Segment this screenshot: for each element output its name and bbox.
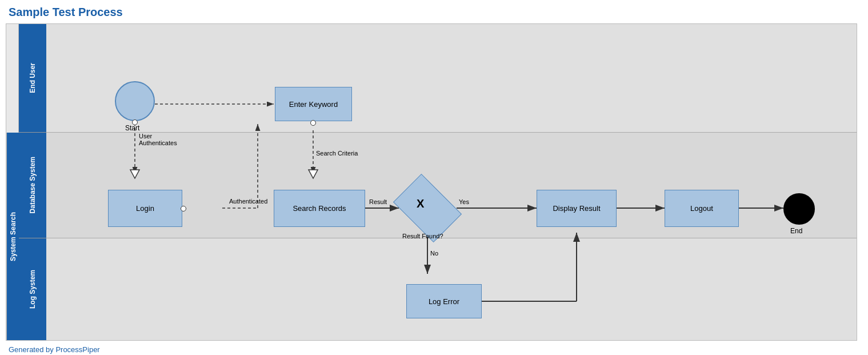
login-node: Login bbox=[108, 190, 182, 227]
diagram-content: Start User Authenticates Enter Keyword A… bbox=[46, 24, 857, 340]
search-records-node: Search Records bbox=[274, 190, 365, 227]
outer-label-system-search: System Search bbox=[6, 24, 19, 340]
outer-label-text: System Search bbox=[9, 212, 17, 261]
user-auth-label: User Authenticates bbox=[139, 133, 177, 146]
search-criteria-label: Search Criteria bbox=[316, 150, 358, 157]
authenticated-label: Authenticated bbox=[229, 198, 267, 205]
lane-label-db: Database System bbox=[29, 157, 37, 213]
diagram-container: System Search End User Database System L… bbox=[6, 23, 857, 341]
page-title: Sample Test Process bbox=[6, 6, 862, 19]
start-circle bbox=[115, 81, 155, 121]
result-label: Result bbox=[369, 198, 387, 205]
end-label: End bbox=[790, 227, 802, 235]
decision-sub-label: Result Found? bbox=[402, 233, 443, 240]
footer: Generated by ProcessPiper bbox=[6, 345, 862, 354]
enter-keyword-node: Enter Keyword bbox=[275, 87, 352, 121]
end-circle bbox=[783, 193, 815, 225]
logout-node: Logout bbox=[665, 190, 739, 227]
no-label: No bbox=[430, 250, 438, 257]
log-error-node: Log Error bbox=[406, 284, 482, 318]
lane-labels-column: End User Database System Log System bbox=[19, 24, 46, 340]
decision-x-label: X bbox=[417, 197, 424, 210]
start-label: Start bbox=[125, 124, 139, 132]
yes-label: Yes bbox=[459, 198, 469, 205]
display-result-node: Display Result bbox=[537, 190, 617, 227]
lane-label-log: Log System bbox=[29, 270, 37, 309]
lane-label-end-user: End User bbox=[29, 63, 37, 93]
